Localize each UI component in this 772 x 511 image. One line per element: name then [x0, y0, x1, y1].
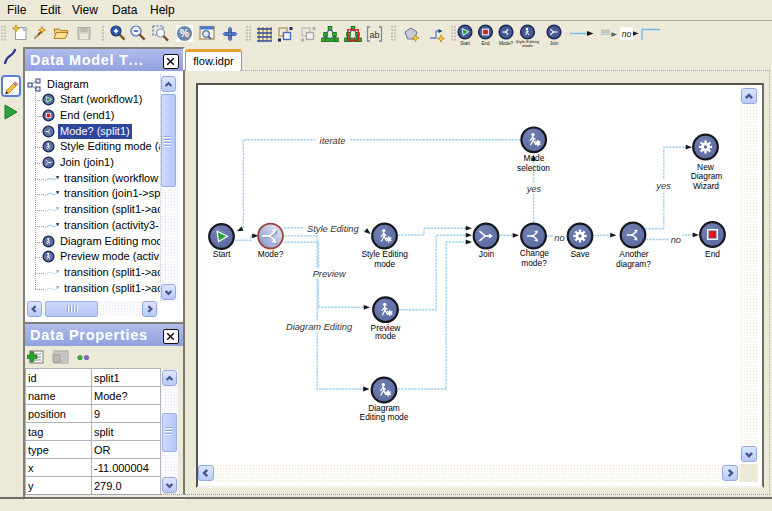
- svg-text:Another: Another: [619, 249, 649, 259]
- svg-text:Join: Join: [479, 249, 495, 259]
- svg-text:Diagram Editing: Diagram Editing: [286, 322, 353, 332]
- svg-text:ab: ab: [369, 30, 379, 40]
- svg-text:no: no: [622, 29, 632, 39]
- svg-text:iterate: iterate: [320, 136, 346, 146]
- svg-text:Start: Start: [460, 41, 470, 46]
- svg-text:Style Editing: Style Editing: [361, 249, 408, 259]
- svg-text:yes: yes: [526, 184, 542, 194]
- svg-text:Start: Start: [213, 249, 231, 259]
- svg-text:mode: mode: [375, 331, 396, 341]
- svg-text:End: End: [705, 249, 720, 259]
- svg-text:mode: mode: [374, 259, 395, 269]
- svg-text:Wizard: Wizard: [693, 181, 719, 191]
- svg-text:End: End: [481, 41, 490, 46]
- svg-text:Change: Change: [520, 248, 550, 258]
- svg-text:Join: Join: [550, 41, 559, 46]
- svg-text:no: no: [671, 235, 681, 245]
- svg-text:Style Editing: Style Editing: [307, 224, 360, 234]
- svg-text:yes: yes: [655, 181, 671, 191]
- svg-text:Preview: Preview: [313, 269, 347, 279]
- svg-text:no: no: [554, 233, 564, 243]
- svg-text:diagram?: diagram?: [616, 259, 651, 269]
- svg-text:selection: selection: [517, 163, 550, 173]
- svg-text:Save: Save: [570, 249, 589, 259]
- svg-text:Mode?: Mode?: [499, 41, 513, 46]
- svg-text:mode: mode: [522, 43, 533, 47]
- svg-text:Diagram: Diagram: [691, 171, 723, 181]
- svg-text:%: %: [180, 27, 190, 39]
- svg-text:Editing mode: Editing mode: [360, 412, 409, 422]
- svg-text:Mode?: Mode?: [258, 249, 284, 259]
- svg-text:mode?: mode?: [521, 258, 547, 268]
